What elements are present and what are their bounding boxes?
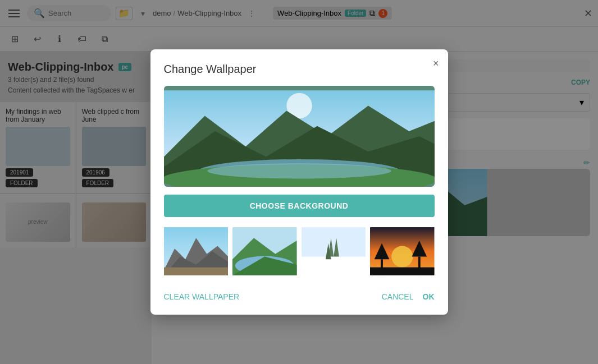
svg-point-11 [207, 163, 391, 178]
svg-rect-31 [370, 268, 435, 275]
thumbnail-item[interactable] [370, 226, 435, 277]
svg-rect-15 [164, 268, 229, 275]
thumbnail-item[interactable] [164, 226, 229, 277]
clear-wallpaper-button[interactable]: CLEAR WALLPAPER [164, 292, 240, 301]
change-wallpaper-dialog: Change Wallpaper × [150, 49, 448, 315]
dialog-close-button[interactable]: × [433, 58, 439, 68]
dialog-action-right: CANCEL OK [382, 292, 435, 301]
cancel-button[interactable]: CANCEL [382, 292, 414, 301]
choose-background-button[interactable]: CHOOSE BACKGROUND [164, 195, 435, 217]
ok-button[interactable]: OK [423, 292, 435, 301]
svg-rect-21 [302, 257, 366, 275]
thumbnails-grid [164, 226, 435, 277]
preview-image [164, 86, 435, 187]
svg-point-26 [391, 246, 413, 267]
dialog-actions: CLEAR WALLPAPER CANCEL OK [164, 288, 435, 301]
dialog-title: Change Wallpaper [164, 63, 435, 76]
thumbnail-item[interactable] [302, 226, 366, 277]
thumbnail-item[interactable] [232, 226, 297, 277]
overlay: Change Wallpaper × [0, 0, 598, 364]
app-container: 🔍 📁 ▾ demo / Web-Clipping-Inbox ⋮ Web-Cl… [0, 0, 598, 364]
